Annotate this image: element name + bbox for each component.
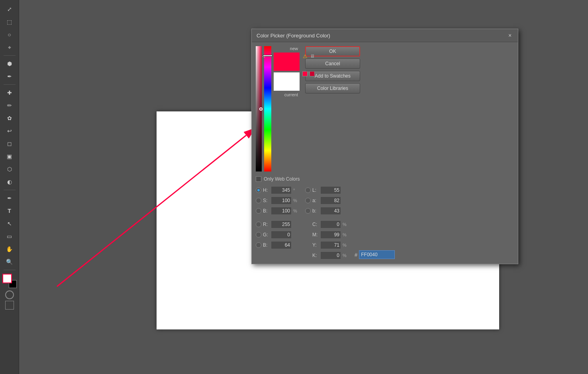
h-input[interactable] xyxy=(271,186,292,194)
new-label: new xyxy=(290,46,298,51)
gradient-dark xyxy=(256,46,262,171)
values-area: H: ° S: % B: % xyxy=(252,186,518,264)
l-input[interactable] xyxy=(320,186,341,194)
m-row: M: % xyxy=(305,230,347,239)
a-input[interactable] xyxy=(320,197,341,205)
b-label: B: xyxy=(263,208,269,214)
canvas-area: Color Picker (Foreground Color) × xyxy=(19,0,588,374)
tool-extra[interactable] xyxy=(5,290,14,299)
b-channel-input[interactable] xyxy=(271,241,292,249)
r-radio[interactable] xyxy=(256,222,261,227)
lab-cmyk-values: L: a: b: C: xyxy=(305,186,347,260)
l-radio[interactable] xyxy=(305,187,311,193)
m-label: M: xyxy=(312,232,319,238)
b-radio[interactable] xyxy=(256,208,261,214)
tool-brush[interactable]: ✏ xyxy=(2,99,17,111)
current-label: current xyxy=(284,92,298,97)
tool-path-select[interactable]: ↖ xyxy=(2,218,17,230)
hue-slider[interactable] xyxy=(264,46,271,171)
tool-dodge[interactable]: ◐ xyxy=(2,176,17,188)
fg-bg-colors[interactable] xyxy=(2,274,17,288)
warning-icon: ⚠ xyxy=(303,53,308,59)
warning-color-swatch[interactable] xyxy=(302,71,308,76)
new-color-swatch[interactable]: ⚠ 🖥 xyxy=(274,53,300,71)
r-input[interactable] xyxy=(271,220,292,228)
g-radio[interactable] xyxy=(256,232,261,238)
dialog-title: Color Picker (Foreground Color) xyxy=(257,33,330,39)
b-lab-radio[interactable] xyxy=(305,208,311,214)
tool-hand[interactable]: ✋ xyxy=(2,243,17,255)
r-row: R: xyxy=(256,220,297,229)
gamut-color-swatch[interactable] xyxy=(310,71,315,76)
tool-magic-wand[interactable]: ⌖ xyxy=(2,41,17,53)
hue-slider-container: ◁ xyxy=(264,46,271,171)
b-row: B: % xyxy=(256,206,297,215)
a-label: a: xyxy=(312,198,319,203)
color-picker-dialog: Color Picker (Foreground Color) × xyxy=(251,29,518,264)
only-web-colors-label: Only Web Colors xyxy=(264,176,300,182)
tool-extra2[interactable] xyxy=(5,301,14,310)
tool-eyedropper[interactable]: ✒ xyxy=(2,70,17,82)
s-label: S: xyxy=(263,198,269,203)
y-input[interactable] xyxy=(320,241,341,249)
g-input[interactable] xyxy=(271,231,292,239)
s-radio[interactable] xyxy=(256,198,261,203)
tool-zoom[interactable]: 🔍 xyxy=(2,256,17,268)
s-input[interactable] xyxy=(271,197,292,205)
c-unit: % xyxy=(343,222,347,227)
color-libraries-button[interactable]: Color Libraries xyxy=(305,83,360,94)
tool-blur[interactable]: ⬡ xyxy=(2,163,17,175)
tool-move[interactable]: ⤢ xyxy=(2,3,17,15)
k-input[interactable] xyxy=(320,251,341,259)
tool-stamp[interactable]: ✿ xyxy=(2,112,17,124)
tool-healing[interactable]: ✚ xyxy=(2,87,17,99)
b-channel-row: B: xyxy=(256,241,297,249)
current-color-swatch[interactable] xyxy=(274,72,300,91)
color-gradient-field[interactable] xyxy=(256,46,262,171)
dialog-titlebar: Color Picker (Foreground Color) × xyxy=(252,29,518,42)
tool-gradient[interactable]: ▣ xyxy=(2,150,17,162)
cancel-button[interactable]: Cancel xyxy=(305,58,360,69)
spacer2 xyxy=(305,217,347,218)
s-unit: % xyxy=(293,198,297,203)
s-row: S: % xyxy=(256,196,297,205)
preview-and-buttons: new ⚠ 🖥 current xyxy=(274,46,300,171)
hex-section: # xyxy=(355,186,395,260)
h-label: H: xyxy=(263,187,269,193)
tool-crop[interactable]: ⬢ xyxy=(2,58,17,70)
tool-text[interactable]: T xyxy=(2,205,17,217)
tool-eraser[interactable]: ◻ xyxy=(2,138,17,150)
tool-history[interactable]: ↩ xyxy=(2,125,17,137)
hue-arrow: ◁ xyxy=(262,54,265,58)
hsb-rgb-values: H: ° S: % B: % xyxy=(256,186,297,260)
foreground-color[interactable] xyxy=(2,274,12,283)
tool-separator-4 xyxy=(4,270,16,270)
h-radio[interactable] xyxy=(256,187,261,193)
a-radio[interactable] xyxy=(305,198,311,203)
c-input[interactable] xyxy=(320,220,341,228)
r-label: R: xyxy=(263,222,269,227)
h-unit: ° xyxy=(293,188,297,193)
m-input[interactable] xyxy=(320,231,341,239)
dialog-buttons: OK Cancel Add to Swatches Color Librarie… xyxy=(305,46,360,171)
c-label: C: xyxy=(312,222,319,227)
only-web-colors-checkbox[interactable] xyxy=(256,176,261,182)
hex-input[interactable] xyxy=(359,250,395,259)
b-channel-radio[interactable] xyxy=(256,242,261,248)
c-row: C: % xyxy=(305,220,347,229)
b-lab-input[interactable] xyxy=(320,207,341,215)
tool-lasso[interactable]: ○ xyxy=(2,29,17,41)
k-unit: % xyxy=(343,253,347,258)
y-unit: % xyxy=(343,243,347,247)
a-row: a: xyxy=(305,196,347,205)
tool-marquee[interactable]: ⬚ xyxy=(2,16,17,28)
y-row: Y: % xyxy=(305,241,347,249)
tool-shape[interactable]: ▭ xyxy=(2,230,17,242)
tool-pen[interactable]: ✒ xyxy=(2,192,17,204)
k-label: K: xyxy=(312,253,319,258)
b-input[interactable] xyxy=(271,207,292,215)
g-row: G: xyxy=(256,230,297,239)
g-label: G: xyxy=(263,232,269,238)
dialog-close-button[interactable]: × xyxy=(507,32,513,39)
l-label: L: xyxy=(312,187,319,193)
